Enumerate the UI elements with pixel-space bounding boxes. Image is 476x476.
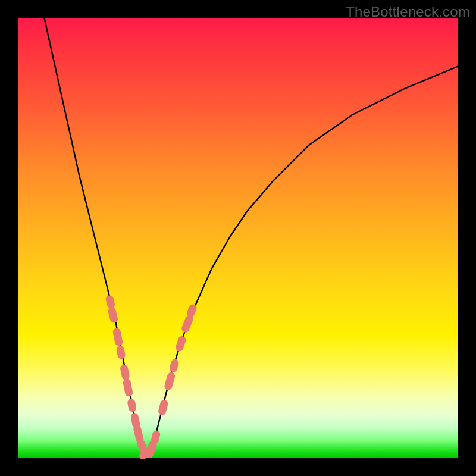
highlight-marker	[116, 345, 126, 359]
plot-area	[18, 18, 458, 458]
highlight-marker	[107, 306, 118, 323]
svg-rect-0	[105, 295, 115, 309]
svg-rect-17	[180, 314, 194, 334]
highlight-marker	[164, 371, 176, 390]
svg-rect-15	[168, 358, 180, 373]
svg-rect-4	[120, 364, 130, 381]
chart-frame: TheBottleneck.com	[0, 0, 476, 476]
highlight-marker	[158, 399, 169, 416]
highlight-marker	[175, 335, 187, 352]
bottleneck-curve	[44, 18, 458, 456]
svg-rect-3	[116, 345, 126, 359]
curve-svg	[18, 18, 458, 458]
curve-layer	[44, 18, 458, 456]
svg-rect-16	[175, 335, 187, 352]
highlight-marker	[127, 398, 137, 412]
highlight-marker	[123, 378, 134, 397]
svg-rect-5	[123, 378, 134, 397]
highlight-marker	[120, 364, 130, 381]
highlight-marker	[168, 358, 180, 373]
watermark-text: TheBottleneck.com	[346, 4, 470, 20]
svg-rect-6	[127, 398, 137, 412]
svg-rect-1	[107, 306, 118, 323]
marker-layer	[105, 295, 198, 461]
svg-rect-2	[112, 328, 124, 347]
svg-rect-13	[158, 399, 169, 416]
highlight-marker	[105, 295, 115, 309]
svg-rect-14	[164, 371, 176, 390]
highlight-marker	[112, 328, 124, 347]
highlight-marker	[180, 314, 194, 334]
